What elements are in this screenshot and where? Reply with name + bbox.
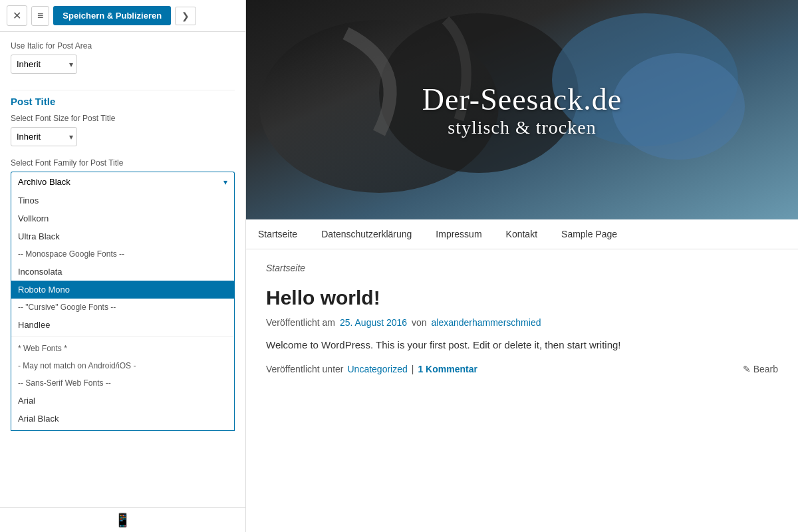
dropdown-arrow: ▾ (223, 178, 227, 187)
nav-item-kontakt[interactable]: Kontakt (494, 219, 549, 249)
divider1 (11, 90, 235, 90)
post-meta-prefix: Veröffentlicht am (266, 317, 335, 328)
post-content: Welcome to WordPress. This is your first… (266, 337, 778, 353)
font-size-select-wrapper: Inherit ▾ (11, 127, 77, 146)
post-author-link[interactable]: alexanderhammerschmied (431, 317, 541, 328)
mobile-preview-icon[interactable]: 📱 (114, 512, 131, 528)
site-header: Der-Seesack.de stylisch & trocken (246, 0, 798, 219)
dropdown-item[interactable]: Vollkorn (11, 209, 234, 227)
panel-content: Use Italic for Post Area Inherit ▾ Post … (0, 32, 245, 507)
dropdown-item[interactable]: Arial Marrow (11, 428, 234, 431)
svg-point-4 (612, 53, 745, 160)
post-meta: Veröffentlicht am 25. August 2016 von al… (266, 317, 778, 328)
dropdown-item[interactable]: Ultra Black (11, 227, 234, 245)
bottom-toolbar: 📱 (0, 507, 245, 532)
left-panel: ✕ ≡ Speichern & Publizieren ❯ Use Italic… (0, 0, 246, 532)
post-edit-link[interactable]: ✎ Bearb (743, 364, 778, 374)
dropdown-item: -- Sans-Serif Web Fonts -- (11, 374, 234, 392)
right-panel: Der-Seesack.de stylisch & trocken Starts… (246, 0, 798, 532)
italic-select-wrapper: Inherit ▾ (11, 55, 77, 74)
menu-button[interactable]: ≡ (31, 6, 49, 26)
nav-item-startseite[interactable]: Startseite (246, 219, 309, 249)
dropdown-item[interactable]: Roboto Mono (11, 281, 234, 299)
post-meta-by: von (412, 317, 427, 328)
site-title: Der-Seesack.de (422, 82, 622, 117)
post-category-link[interactable]: Uncategorized (347, 364, 407, 374)
dropdown-item[interactable]: Inconsolata (11, 263, 234, 281)
font-size-label: Select Font Size for Post Title (11, 114, 235, 123)
navigation-bar: Startseite Datenschutzerklärung Impressu… (246, 219, 798, 249)
font-select-box[interactable]: Archivo Black ▾ (11, 172, 235, 192)
italic-select[interactable]: Inherit (11, 55, 77, 74)
post-footer-prefix: Veröffentlicht unter (266, 364, 343, 374)
dropdown-item[interactable]: Arial (11, 392, 234, 410)
publish-button[interactable]: Speichern & Publizieren (53, 6, 171, 25)
post-footer: Veröffentlicht unter Uncategorized | 1 K… (266, 364, 778, 374)
dropdown-item[interactable]: Handlee (11, 316, 234, 334)
arrow-button[interactable]: ❯ (175, 7, 196, 25)
font-family-label: Select Font Family for Post Title (11, 158, 235, 168)
top-toolbar: ✕ ≡ Speichern & Publizieren ❯ (0, 0, 245, 32)
font-dropdown-list[interactable]: TinosVollkornUltra Black-- Monospace Goo… (11, 192, 235, 431)
post-separator: | (412, 364, 414, 374)
dropdown-item[interactable]: Arial Black (11, 410, 234, 428)
main-content: Startseite Hello world! Veröffentlicht a… (246, 249, 798, 532)
nav-item-impressum[interactable]: Impressum (424, 219, 493, 249)
dropdown-item[interactable]: Tinos (11, 192, 234, 209)
dropdown-item: * Web Fonts * (11, 340, 234, 357)
post-date-link[interactable]: 25. August 2016 (340, 317, 407, 328)
breadcrumb: Startseite (266, 263, 778, 273)
font-family-dropdown: Archivo Black ▾ TinosVollkornUltra Black… (11, 172, 235, 431)
close-button[interactable]: ✕ (7, 5, 27, 26)
dropdown-item: -- "Cursive" Google Fonts -- (11, 299, 234, 316)
dropdown-item: -- Monospace Google Fonts -- (11, 245, 234, 263)
nav-item-sample[interactable]: Sample Page (549, 219, 629, 249)
post-comments-link[interactable]: 1 Kommentar (418, 364, 477, 374)
font-size-select[interactable]: Inherit (11, 127, 77, 146)
dropdown-item: - May not match on Android/iOS - (11, 357, 234, 374)
italic-label: Use Italic for Post Area (11, 41, 235, 51)
post-title: Hello world! (266, 287, 778, 309)
nav-item-datenschutz[interactable]: Datenschutzerklärung (309, 219, 424, 249)
site-subtitle: stylisch & trocken (448, 117, 596, 138)
selected-font-label: Archivo Black (18, 177, 70, 187)
post-title-section-label: Post Title (11, 96, 235, 107)
